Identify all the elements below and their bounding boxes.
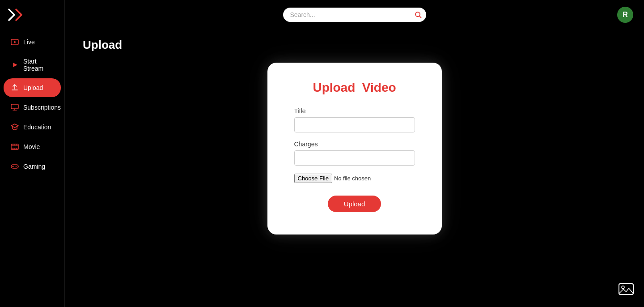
svg-line-21 [419, 16, 421, 18]
sidebar: Live Start Stream Upload [0, 0, 65, 307]
sidebar-item-start-stream-label: Start Stream [23, 58, 54, 72]
start-stream-icon [11, 61, 19, 69]
header: R [65, 0, 644, 29]
search-container [283, 8, 426, 22]
sidebar-item-movie-label: Movie [23, 143, 40, 150]
sidebar-item-upload[interactable]: Upload [4, 78, 61, 97]
upload-card: Upload Video Title Charges Upload [267, 63, 442, 235]
svg-point-23 [622, 286, 624, 289]
page-title: Upload [83, 38, 122, 52]
search-button[interactable] [415, 11, 422, 18]
upload-title-red: Video [362, 81, 396, 94]
subscriptions-icon [11, 103, 19, 111]
upload-card-title: Upload Video [313, 81, 396, 95]
gaming-icon [11, 162, 19, 171]
title-input[interactable] [294, 117, 415, 132]
sidebar-item-education-label: Education [23, 124, 51, 131]
search-input[interactable] [283, 8, 426, 22]
sidebar-logo [0, 0, 64, 29]
sidebar-item-live-label: Live [23, 38, 35, 46]
upload-card-container: Upload Video Title Charges Upload [83, 63, 626, 235]
sidebar-item-start-stream[interactable]: Start Stream [4, 52, 61, 77]
bottom-right-image-icon [617, 280, 635, 298]
charges-input[interactable] [294, 150, 415, 166]
sidebar-item-live[interactable]: Live [4, 33, 61, 51]
sidebar-item-upload-label: Upload [23, 84, 43, 91]
sidebar-item-gaming-label: Gaming [23, 163, 45, 170]
sidebar-item-movie[interactable]: Movie [4, 137, 61, 156]
sidebar-navigation: Live Start Stream Upload [0, 29, 64, 179]
sidebar-item-education[interactable]: Education [4, 118, 61, 136]
upload-submit-button[interactable]: Upload [328, 196, 381, 212]
svg-point-18 [16, 166, 17, 167]
sidebar-item-subscriptions[interactable]: Subscriptions [4, 98, 61, 117]
title-form-group: Title [294, 107, 415, 132]
file-input[interactable] [294, 174, 404, 183]
charges-form-group: Charges [294, 141, 415, 166]
sidebar-item-subscriptions-label: Subscriptions [23, 104, 61, 111]
svg-point-19 [16, 166, 17, 167]
file-input-container [294, 174, 415, 183]
upload-icon [11, 84, 19, 92]
logo-icon [7, 7, 23, 23]
svg-rect-22 [619, 284, 633, 294]
svg-rect-2 [11, 104, 18, 109]
title-label: Title [294, 107, 415, 115]
live-icon [11, 38, 19, 46]
content-area: Upload Upload Video Title Charges [65, 29, 644, 307]
education-icon [11, 123, 19, 131]
avatar[interactable]: R [617, 7, 633, 23]
charges-label: Charges [294, 141, 415, 148]
svg-point-1 [14, 41, 16, 43]
sidebar-item-gaming[interactable]: Gaming [4, 157, 61, 176]
main-content: R Upload Upload Video Title Charges [65, 0, 644, 307]
upload-title-black: Upload [313, 81, 355, 94]
movie-icon [11, 143, 19, 151]
